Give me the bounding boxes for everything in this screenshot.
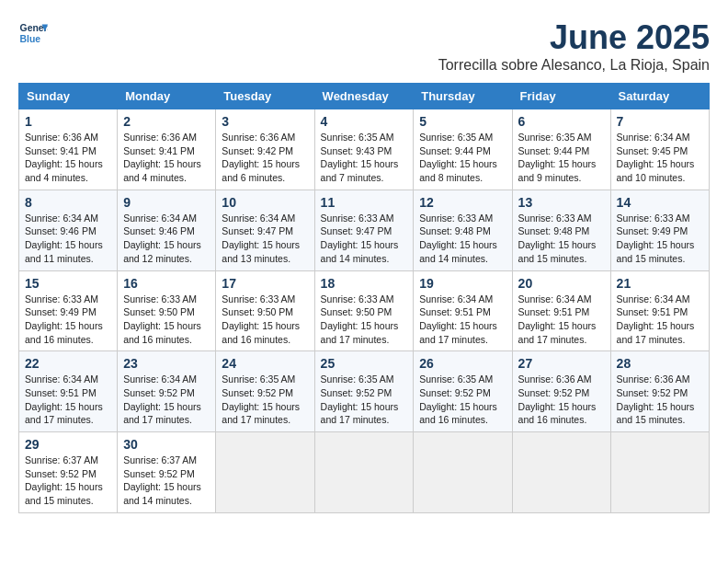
day-info: Sunrise: 6:34 AMSunset: 9:51 PMDaylight:… xyxy=(617,293,703,347)
calendar-week-3: 15Sunrise: 6:33 AMSunset: 9:49 PMDayligh… xyxy=(19,270,710,351)
table-row: 12Sunrise: 6:33 AMSunset: 9:48 PMDayligh… xyxy=(414,190,512,270)
day-number: 26 xyxy=(419,356,506,371)
table-row: 19Sunrise: 6:34 AMSunset: 9:51 PMDayligh… xyxy=(414,270,512,351)
day-number: 15 xyxy=(25,276,111,291)
table-row: 28Sunrise: 6:36 AMSunset: 9:52 PMDayligh… xyxy=(610,351,709,432)
day-number: 3 xyxy=(222,114,308,129)
table-row: 26Sunrise: 6:35 AMSunset: 9:52 PMDayligh… xyxy=(414,351,512,432)
table-row xyxy=(610,432,709,513)
day-number: 5 xyxy=(419,114,506,129)
day-number: 7 xyxy=(617,114,703,129)
day-number: 29 xyxy=(25,437,111,452)
day-info: Sunrise: 6:33 AMSunset: 9:49 PMDaylight:… xyxy=(25,293,111,347)
day-info: Sunrise: 6:35 AMSunset: 9:52 PMDaylight:… xyxy=(321,373,408,427)
day-number: 17 xyxy=(222,276,308,291)
table-row: 30Sunrise: 6:37 AMSunset: 9:52 PMDayligh… xyxy=(118,432,216,513)
location-title: Torrecilla sobre Alesanco, La Rioja, Spa… xyxy=(438,57,710,74)
day-info: Sunrise: 6:34 AMSunset: 9:45 PMDaylight:… xyxy=(617,131,703,185)
table-row: 16Sunrise: 6:33 AMSunset: 9:50 PMDayligh… xyxy=(118,270,216,351)
day-info: Sunrise: 6:34 AMSunset: 9:51 PMDaylight:… xyxy=(518,293,605,347)
table-row: 15Sunrise: 6:33 AMSunset: 9:49 PMDayligh… xyxy=(19,270,118,351)
calendar-table: Sunday Monday Tuesday Wednesday Thursday… xyxy=(18,83,710,513)
table-row: 1Sunrise: 6:36 AMSunset: 9:41 PMDaylight… xyxy=(19,109,118,190)
day-number: 30 xyxy=(123,437,210,452)
day-info: Sunrise: 6:34 AMSunset: 9:47 PMDaylight:… xyxy=(222,212,308,266)
day-info: Sunrise: 6:36 AMSunset: 9:42 PMDaylight:… xyxy=(222,131,308,185)
table-row: 7Sunrise: 6:34 AMSunset: 9:45 PMDaylight… xyxy=(610,109,709,190)
col-tuesday: Tuesday xyxy=(216,84,314,109)
day-info: Sunrise: 6:34 AMSunset: 9:51 PMDaylight:… xyxy=(25,373,111,427)
day-number: 4 xyxy=(321,114,408,129)
table-row: 22Sunrise: 6:34 AMSunset: 9:51 PMDayligh… xyxy=(19,351,118,432)
day-number: 22 xyxy=(25,356,111,371)
col-thursday: Thursday xyxy=(414,84,512,109)
logo: General Blue xyxy=(18,18,48,48)
page-header: General Blue June 2025 Torrecilla sobre … xyxy=(18,18,710,74)
table-row xyxy=(512,432,610,513)
calendar-header-row: Sunday Monday Tuesday Wednesday Thursday… xyxy=(19,84,710,109)
day-number: 20 xyxy=(518,276,605,291)
table-row: 5Sunrise: 6:35 AMSunset: 9:44 PMDaylight… xyxy=(414,109,512,190)
table-row: 2Sunrise: 6:36 AMSunset: 9:41 PMDaylight… xyxy=(118,109,216,190)
title-area: June 2025 Torrecilla sobre Alesanco, La … xyxy=(438,18,710,74)
day-number: 12 xyxy=(419,195,506,210)
table-row: 24Sunrise: 6:35 AMSunset: 9:52 PMDayligh… xyxy=(216,351,314,432)
table-row xyxy=(414,432,512,513)
table-row: 9Sunrise: 6:34 AMSunset: 9:46 PMDaylight… xyxy=(118,190,216,270)
table-row: 8Sunrise: 6:34 AMSunset: 9:46 PMDaylight… xyxy=(19,190,118,270)
day-info: Sunrise: 6:36 AMSunset: 9:41 PMDaylight:… xyxy=(123,131,210,185)
calendar-week-2: 8Sunrise: 6:34 AMSunset: 9:46 PMDaylight… xyxy=(19,190,710,270)
col-saturday: Saturday xyxy=(610,84,709,109)
day-number: 11 xyxy=(321,195,408,210)
day-number: 9 xyxy=(123,195,210,210)
calendar-week-1: 1Sunrise: 6:36 AMSunset: 9:41 PMDaylight… xyxy=(19,109,710,190)
day-info: Sunrise: 6:33 AMSunset: 9:50 PMDaylight:… xyxy=(222,293,308,347)
day-info: Sunrise: 6:35 AMSunset: 9:44 PMDaylight:… xyxy=(518,131,605,185)
col-sunday: Sunday xyxy=(19,84,118,109)
table-row: 3Sunrise: 6:36 AMSunset: 9:42 PMDaylight… xyxy=(216,109,314,190)
calendar-week-4: 22Sunrise: 6:34 AMSunset: 9:51 PMDayligh… xyxy=(19,351,710,432)
month-title: June 2025 xyxy=(438,18,710,57)
day-number: 21 xyxy=(617,276,703,291)
svg-text:Blue: Blue xyxy=(20,34,41,44)
day-number: 24 xyxy=(222,356,308,371)
table-row: 18Sunrise: 6:33 AMSunset: 9:50 PMDayligh… xyxy=(314,270,414,351)
table-row: 14Sunrise: 6:33 AMSunset: 9:49 PMDayligh… xyxy=(610,190,709,270)
day-info: Sunrise: 6:33 AMSunset: 9:48 PMDaylight:… xyxy=(518,212,605,266)
table-row: 6Sunrise: 6:35 AMSunset: 9:44 PMDaylight… xyxy=(512,109,610,190)
day-info: Sunrise: 6:33 AMSunset: 9:47 PMDaylight:… xyxy=(321,212,408,266)
table-row: 27Sunrise: 6:36 AMSunset: 9:52 PMDayligh… xyxy=(512,351,610,432)
day-number: 27 xyxy=(518,356,605,371)
table-row: 23Sunrise: 6:34 AMSunset: 9:52 PMDayligh… xyxy=(118,351,216,432)
day-info: Sunrise: 6:34 AMSunset: 9:46 PMDaylight:… xyxy=(123,212,210,266)
table-row: 29Sunrise: 6:37 AMSunset: 9:52 PMDayligh… xyxy=(19,432,118,513)
table-row: 20Sunrise: 6:34 AMSunset: 9:51 PMDayligh… xyxy=(512,270,610,351)
day-number: 13 xyxy=(518,195,605,210)
day-number: 6 xyxy=(518,114,605,129)
table-row: 10Sunrise: 6:34 AMSunset: 9:47 PMDayligh… xyxy=(216,190,314,270)
col-monday: Monday xyxy=(118,84,216,109)
col-wednesday: Wednesday xyxy=(314,84,414,109)
day-number: 1 xyxy=(25,114,111,129)
day-number: 14 xyxy=(617,195,703,210)
day-info: Sunrise: 6:35 AMSunset: 9:44 PMDaylight:… xyxy=(419,131,506,185)
day-info: Sunrise: 6:33 AMSunset: 9:50 PMDaylight:… xyxy=(123,293,210,347)
table-row xyxy=(216,432,314,513)
day-info: Sunrise: 6:36 AMSunset: 9:52 PMDaylight:… xyxy=(617,373,703,427)
day-info: Sunrise: 6:37 AMSunset: 9:52 PMDaylight:… xyxy=(25,454,111,508)
day-number: 25 xyxy=(321,356,408,371)
day-info: Sunrise: 6:33 AMSunset: 9:48 PMDaylight:… xyxy=(419,212,506,266)
day-number: 28 xyxy=(617,356,703,371)
day-info: Sunrise: 6:36 AMSunset: 9:41 PMDaylight:… xyxy=(25,131,111,185)
day-info: Sunrise: 6:34 AMSunset: 9:52 PMDaylight:… xyxy=(123,373,210,427)
table-row: 25Sunrise: 6:35 AMSunset: 9:52 PMDayligh… xyxy=(314,351,414,432)
day-number: 19 xyxy=(419,276,506,291)
day-info: Sunrise: 6:35 AMSunset: 9:52 PMDaylight:… xyxy=(419,373,506,427)
table-row xyxy=(314,432,414,513)
calendar-week-5: 29Sunrise: 6:37 AMSunset: 9:52 PMDayligh… xyxy=(19,432,710,513)
table-row: 11Sunrise: 6:33 AMSunset: 9:47 PMDayligh… xyxy=(314,190,414,270)
day-number: 16 xyxy=(123,276,210,291)
day-info: Sunrise: 6:36 AMSunset: 9:52 PMDaylight:… xyxy=(518,373,605,427)
day-number: 8 xyxy=(25,195,111,210)
general-blue-logo-icon: General Blue xyxy=(18,18,48,48)
